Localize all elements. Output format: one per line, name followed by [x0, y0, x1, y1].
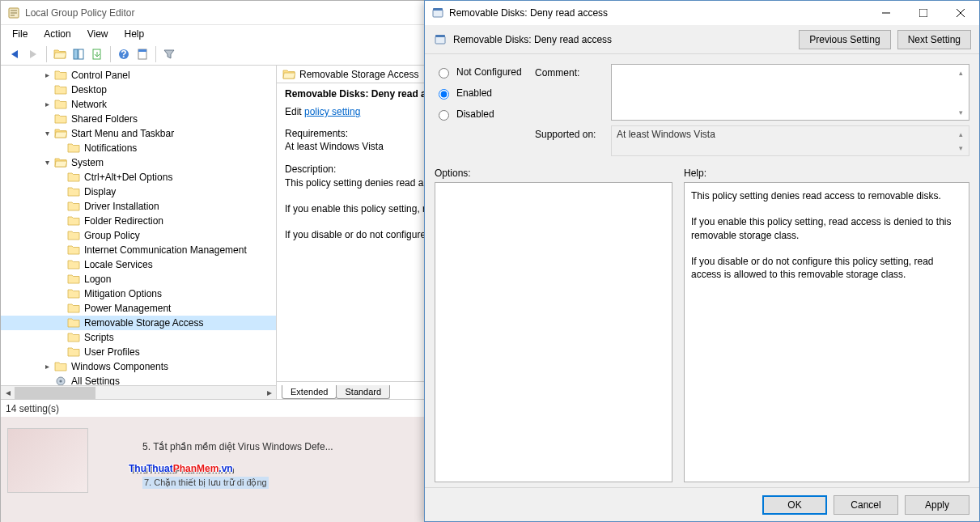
dialog-title: Removable Disks: Deny read access — [449, 7, 868, 19]
tree-item[interactable]: ▾System — [1, 155, 276, 170]
help-p3: If you disable or do not configure this … — [691, 255, 962, 281]
scrollbar-icon: ▴▾ — [954, 66, 968, 119]
tab-extended[interactable]: Extended — [282, 385, 337, 399]
tree-item-label: Folder Redirection — [83, 215, 165, 227]
status-text: 14 setting(s) — [6, 403, 59, 414]
expand-icon[interactable]: ▸ — [41, 99, 53, 110]
menu-action[interactable]: Action — [36, 26, 78, 42]
bg-line1: 5. Tắt phần mềm diệt Virus Windows Defe.… — [142, 441, 333, 452]
tree-spacer — [54, 201, 66, 212]
radio-disabled[interactable]: Disabled — [435, 108, 524, 121]
back-button[interactable] — [6, 45, 23, 63]
tree-item[interactable]: Locale Services — [1, 257, 276, 272]
tree-item[interactable]: Driver Installation — [1, 199, 276, 214]
tree-spacer — [41, 84, 53, 95]
tree-spacer — [54, 259, 66, 270]
tree-spacer — [54, 332, 66, 343]
menu-view[interactable]: View — [79, 26, 117, 42]
tree-spacer — [54, 317, 66, 329]
dialog-header-text: Removable Disks: Deny read access — [453, 34, 799, 45]
options-label: Options: — [435, 168, 672, 179]
folder-icon — [67, 171, 80, 184]
folder-icon — [67, 185, 80, 198]
tree-item[interactable]: Shared Folders — [1, 112, 276, 126]
tree-item[interactable]: Removable Storage Access — [1, 316, 276, 330]
help-p1: This policy setting denies read access t… — [691, 189, 962, 202]
folder-icon — [67, 331, 80, 344]
svg-rect-11 — [138, 49, 146, 52]
help-button[interactable]: ? — [115, 45, 133, 63]
tree-item[interactable]: Display — [1, 185, 276, 199]
menu-file[interactable]: File — [4, 26, 36, 42]
filter-button[interactable] — [160, 45, 178, 63]
tree-item[interactable]: User Profiles — [1, 345, 276, 359]
tab-standard[interactable]: Standard — [336, 385, 390, 399]
background-thumbnail — [7, 428, 88, 493]
tree-item[interactable]: ▸Windows Components — [1, 359, 276, 374]
supported-on-box: At least Windows Vista ▴▾ — [611, 125, 969, 156]
policy-icon — [431, 6, 444, 19]
tree-item[interactable]: Power Management — [1, 301, 276, 316]
tree-item[interactable]: Internet Communication Management — [1, 243, 276, 257]
folder-icon — [54, 69, 67, 82]
ok-button[interactable]: OK — [762, 495, 827, 515]
tree-item-label: Notifications — [83, 142, 138, 154]
export-button[interactable] — [88, 45, 106, 63]
show-hide-tree-button[interactable] — [70, 45, 87, 63]
svg-text:?: ? — [121, 49, 126, 60]
tree-item-label: Removable Storage Access — [83, 317, 205, 329]
collapse-icon[interactable]: ▾ — [41, 128, 53, 139]
details-header-text: Removable Storage Access — [299, 69, 418, 80]
folder-open-icon — [54, 127, 67, 140]
apply-button[interactable]: Apply — [905, 495, 969, 515]
folder-icon — [67, 229, 80, 242]
tree-item[interactable]: ▸Control Panel — [1, 68, 276, 83]
tree-spacer — [54, 244, 66, 256]
tree-item[interactable]: Group Policy — [1, 228, 276, 243]
tree-spacer — [54, 288, 66, 299]
collapse-icon[interactable]: ▾ — [41, 157, 53, 168]
next-setting-button[interactable]: Next Setting — [897, 30, 971, 49]
tree-spacer — [54, 346, 66, 358]
tree-view[interactable]: ▸Control PanelDesktop▸NetworkShared Fold… — [1, 68, 276, 398]
minimize-button[interactable] — [868, 2, 905, 25]
supported-label: Supported on: — [535, 125, 605, 140]
radio-not-configured[interactable]: Not Configured — [435, 66, 524, 79]
previous-setting-button[interactable]: Previous Setting — [799, 30, 890, 49]
tree-pane: ▸Control PanelDesktop▸NetworkShared Fold… — [1, 66, 277, 399]
tree-item[interactable]: ▾Start Menu and Taskbar — [1, 126, 276, 141]
folder-open-icon — [54, 156, 67, 169]
expand-icon[interactable]: ▸ — [41, 361, 53, 372]
tree-hscrollbar[interactable]: ◂▸ — [1, 385, 276, 399]
menu-help[interactable]: Help — [117, 26, 153, 42]
radio-enabled[interactable]: Enabled — [435, 87, 524, 100]
tree-item[interactable]: Notifications — [1, 141, 276, 155]
forward-button[interactable] — [24, 45, 42, 63]
folder-icon — [67, 316, 80, 329]
help-label: Help: — [684, 168, 706, 179]
expand-icon[interactable]: ▸ — [41, 70, 53, 81]
folder-icon — [67, 302, 80, 315]
tree-item[interactable]: Folder Redirection — [1, 214, 276, 228]
close-button[interactable] — [942, 2, 979, 25]
svg-rect-6 — [78, 49, 83, 59]
dialog-footer: OK Cancel Apply — [425, 487, 979, 521]
cancel-button[interactable]: Cancel — [834, 495, 898, 515]
dialog-titlebar[interactable]: Removable Disks: Deny read access — [425, 1, 979, 25]
properties-button[interactable] — [134, 45, 151, 63]
edit-policy-link[interactable]: policy setting — [304, 106, 360, 117]
tree-item-label: Network — [70, 99, 108, 110]
tree-item[interactable]: Logon — [1, 272, 276, 286]
maximize-button[interactable] — [905, 2, 942, 25]
tree-item[interactable]: ▸Network — [1, 97, 276, 112]
tree-item[interactable]: Desktop — [1, 83, 276, 97]
tree-spacer — [54, 172, 66, 183]
tree-item[interactable]: Ctrl+Alt+Del Options — [1, 170, 276, 185]
tree-item[interactable]: Scripts — [1, 330, 276, 345]
up-button[interactable] — [51, 45, 69, 63]
options-panel[interactable] — [435, 182, 672, 482]
comment-textbox[interactable]: ▴▾ — [611, 64, 969, 121]
tree-item[interactable]: Mitigation Options — [1, 286, 276, 301]
tree-item-label: Scripts — [83, 332, 116, 343]
dialog-body: Not Configured Enabled Disabled Comment:… — [425, 54, 979, 487]
